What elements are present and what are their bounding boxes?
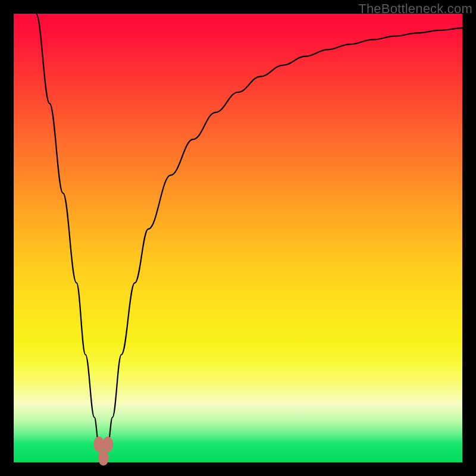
chart-frame: TheBottleneck.com [0, 0, 476, 476]
bottleneck-curve [36, 14, 462, 458]
curve-layer [14, 14, 462, 462]
plot-area [14, 14, 462, 462]
marker-cusp-min [98, 450, 109, 466]
watermark-text: TheBottleneck.com [358, 1, 472, 17]
cusp-markers [93, 437, 113, 466]
marker-cusp-right [102, 437, 113, 452]
